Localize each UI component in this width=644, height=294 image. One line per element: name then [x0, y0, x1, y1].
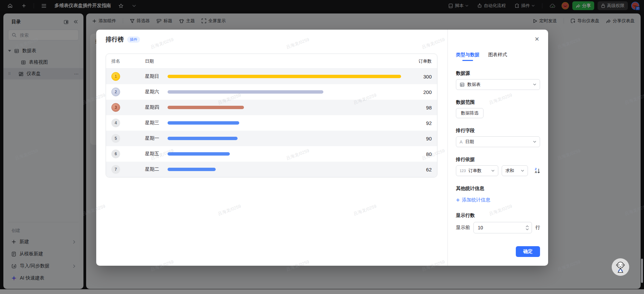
pray-sticker	[612, 258, 629, 276]
table-header-row: 排名 日期 订单数	[106, 54, 437, 69]
col-orders: 订单数	[401, 58, 437, 64]
col-date: 日期	[145, 58, 168, 64]
table-row[interactable]: 2 星期六 200	[106, 84, 437, 100]
table-icon	[460, 82, 465, 87]
rank-field-select[interactable]: A 日期	[456, 136, 540, 147]
rank-by-label: 排行依据	[456, 157, 540, 163]
plus-icon	[456, 198, 460, 202]
bar	[168, 90, 323, 94]
rows-input[interactable]	[474, 225, 523, 230]
leaderboard-table: 排名 日期 订单数 1 星期日 300 2 星期六 200 3 星期四 98 4…	[106, 54, 437, 177]
sort-desc-icon[interactable]: ZA	[535, 168, 540, 174]
bar	[168, 168, 216, 171]
medal-silver-icon: 2	[111, 88, 120, 96]
number-field-icon: 123	[460, 169, 466, 173]
leaderboard-config-modal: ✕ 排行榜 插件 排名 日期 订单数 1 星期日 300 2 星期六 200 3…	[96, 30, 548, 266]
rows-suffix-label: 行	[535, 225, 540, 231]
chevron-down-icon	[491, 170, 495, 172]
bar	[168, 75, 401, 78]
other-stats-label: 其他统计信息	[456, 186, 540, 192]
chevron-down-icon	[521, 170, 524, 172]
text-field-icon: A	[460, 139, 463, 144]
rows-stepper[interactable]	[473, 222, 532, 233]
config-panel: 类型与数据 图表样式 数据源 数据表 数据范围 数据筛选 排行字段 A 日期 排…	[448, 30, 548, 266]
table-row[interactable]: 1 星期日 300	[106, 69, 437, 84]
confirm-button[interactable]: 确定	[516, 246, 540, 257]
rank-badge: 7	[111, 165, 120, 174]
chevron-down-icon	[533, 141, 536, 143]
table-row[interactable]: 7 星期二 62	[106, 162, 437, 177]
bar	[168, 106, 244, 109]
data-range-label: 数据范围	[456, 99, 540, 105]
table-row[interactable]: 6 星期五 80	[106, 146, 437, 162]
medal-bronze-icon: 3	[111, 103, 120, 112]
rows-prefix-label: 显示前	[456, 225, 470, 231]
table-row[interactable]: 4 星期三 92	[106, 115, 437, 131]
pray-character-icon	[614, 260, 627, 274]
bar	[168, 137, 238, 140]
stepper-up-icon[interactable]	[526, 225, 529, 227]
modal-title: 排行榜	[106, 35, 124, 43]
scrollbar-thumb[interactable]	[641, 259, 643, 283]
table-row[interactable]: 5 星期一 90	[106, 131, 437, 146]
stepper-down-icon[interactable]	[526, 228, 529, 230]
add-stats-button[interactable]: 添加统计信息	[456, 197, 540, 203]
chevron-down-icon	[533, 84, 536, 86]
plugin-badge: 插件	[127, 36, 140, 43]
aggregation-select[interactable]: 求和	[502, 165, 528, 176]
table-row[interactable]: 3 星期四 98	[106, 100, 437, 115]
rank-by-field-select[interactable]: 123 订单数	[456, 165, 498, 176]
rank-field-label: 排行字段	[456, 128, 540, 134]
medal-gold-icon: 1	[111, 72, 120, 81]
datasource-select[interactable]: 数据表	[456, 79, 540, 90]
bar	[168, 152, 230, 156]
col-rank: 排名	[106, 58, 145, 64]
rank-badge: 5	[111, 134, 120, 143]
rank-badge: 4	[111, 119, 120, 127]
display-rows-label: 显示行数	[456, 213, 540, 219]
datasource-label: 数据源	[456, 70, 540, 76]
data-filter-button[interactable]: 数据筛选	[456, 108, 484, 118]
tab-type-data[interactable]: 类型与数据	[456, 52, 479, 61]
bar	[168, 121, 239, 125]
tab-chart-style[interactable]: 图表样式	[488, 52, 507, 61]
rank-badge: 6	[111, 150, 120, 158]
